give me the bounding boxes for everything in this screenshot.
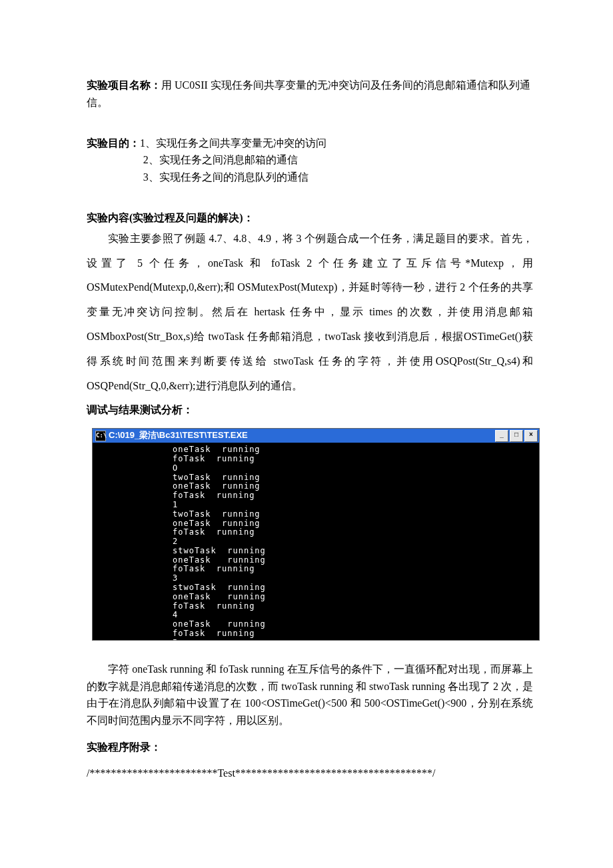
terminal-window: C:\ C:\019_梁洁\Bc31\TEST\TEST.EXE _ □ × o… [92, 428, 540, 641]
terminal-output: oneTask running foTask running O twoTask… [93, 443, 539, 640]
text-content-body: 实验主要参照了例题 4.7、4.8、4.9，将 3 个例题合成一个任务，满足题目… [87, 227, 533, 399]
section-objectives: 实验目的：1、实现任务之间共享变量无冲突的访问 2、实现任务之间消息邮箱的通信 … [87, 135, 533, 186]
terminal-titlebar: C:\ C:\019_梁洁\Bc31\TEST\TEST.EXE _ □ × [93, 429, 539, 443]
close-button[interactable]: × [524, 430, 538, 442]
terminal-title: C:\019_梁洁\Bc31\TEST\TEST.EXE [109, 429, 495, 443]
document-page: 实验项目名称：用 UC0SII 实现任务间共享变量的无冲突访问及任务间的消息邮箱… [0, 0, 613, 868]
objective-2: 2、实现任务之间消息邮箱的通信 [87, 151, 533, 169]
label-content: 实验内容(实验过程及问题的解决)： [87, 209, 533, 227]
label-objectives: 实验目的： [87, 137, 140, 149]
objective-1: 1、实现任务之间共享变量无冲突的访问 [140, 137, 326, 149]
text-analysis: 字符 oneTask running 和 foTask running 在互斥信… [87, 661, 533, 729]
terminal-app-icon: C:\ [95, 431, 106, 441]
window-controls: _ □ × [495, 430, 538, 442]
maximize-button[interactable]: □ [510, 430, 523, 442]
label-appendix: 实验程序附录： [87, 739, 533, 756]
minimize-button[interactable]: _ [495, 430, 508, 442]
section-project-name: 实验项目名称：用 UC0SII 实现任务间共享变量的无冲突访问及任务间的消息邮箱… [87, 77, 533, 111]
label-analysis: 调试与结果测试分析： [87, 398, 533, 423]
label-project-name: 实验项目名称： [87, 79, 161, 91]
code-separator: /************************Test***********… [87, 765, 533, 782]
objective-3: 3、实现任务之间的消息队列的通信 [87, 169, 533, 186]
